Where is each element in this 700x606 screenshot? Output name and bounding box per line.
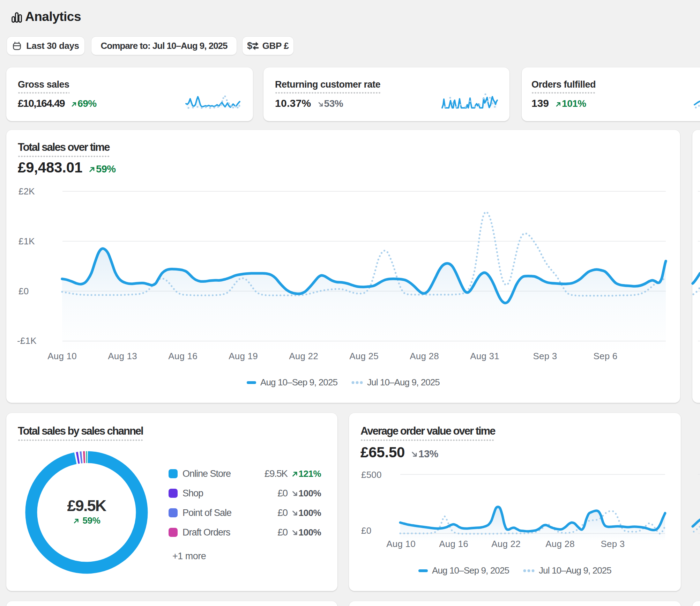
svg-text:$: $ — [247, 40, 252, 51]
